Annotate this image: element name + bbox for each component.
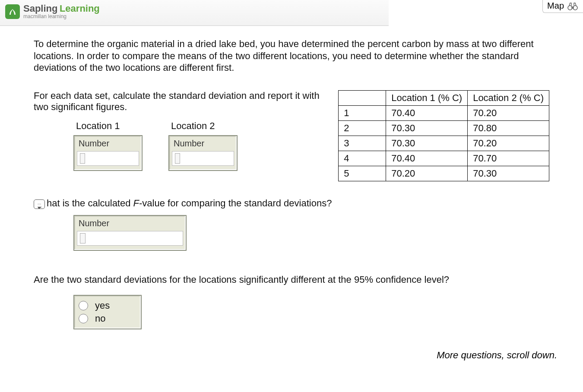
location2-input-wrapper[interactable]: [172, 151, 234, 166]
sd-instruction: For each data set, calculate the standar…: [34, 90, 321, 113]
location2-title: Location 2: [168, 120, 238, 132]
input-caret-icon: [175, 153, 180, 164]
data-table: Location 1 (% C) Location 2 (% C) 1 70.4…: [338, 90, 549, 181]
table-row: 3 70.30 70.20: [339, 136, 549, 151]
fvalue-suffix: -value for comparing the standard deviat…: [139, 198, 332, 209]
location1-sd-input[interactable]: [88, 154, 136, 163]
radio-no-row[interactable]: no: [79, 312, 136, 325]
table-row: 4 70.40 70.70: [339, 151, 549, 166]
brand-learning: Learning: [60, 3, 100, 14]
row-idx: 2: [339, 120, 386, 136]
input-caret-icon: [80, 233, 86, 243]
fvalue-input[interactable]: [88, 234, 180, 243]
location1-number-box: Number: [73, 135, 143, 171]
row-l2: 70.20: [468, 136, 549, 151]
significance-question: Are the two standard deviations for the …: [34, 274, 549, 285]
fvalue-input-wrapper[interactable]: [77, 231, 183, 246]
app-header: Sapling Learning macmillan learning: [0, 0, 389, 26]
svg-rect-2: [572, 7, 573, 8]
row-l1: 70.40: [386, 151, 468, 166]
location2-sd-input[interactable]: [183, 154, 231, 163]
row-idx: 3: [339, 136, 386, 151]
brand-subtitle: macmillan learning: [23, 14, 100, 19]
question-content: To determine the organic material in a d…: [0, 26, 583, 338]
question-prompt: To determine the organic material in a d…: [34, 38, 549, 74]
more-questions-hint: More questions, scroll down.: [437, 350, 557, 361]
table-header-loc1: Location 1 (% C): [386, 90, 468, 105]
row-l1: 70.40: [386, 105, 468, 120]
row-idx: 5: [339, 166, 386, 181]
row-l2: 70.20: [468, 105, 549, 120]
row-idx: 4: [339, 151, 386, 166]
numbox-label: Number: [172, 138, 234, 151]
radio-yes[interactable]: [79, 301, 88, 310]
location1-input-wrapper[interactable]: [77, 151, 139, 166]
map-label: Map: [547, 1, 564, 11]
table-corner: [339, 90, 386, 105]
input-caret-icon: [80, 153, 85, 164]
radio-yes-label: yes: [95, 300, 110, 311]
fvalue-number-box: Number: [73, 215, 187, 251]
row-l1: 70.30: [386, 120, 468, 136]
radio-no-label: no: [95, 313, 105, 324]
location2-number-box: Number: [168, 135, 238, 171]
numbox-label: Number: [77, 218, 183, 231]
map-tab[interactable]: Map: [542, 0, 583, 13]
radio-yes-row[interactable]: yes: [79, 299, 136, 312]
brand-sapling: Sapling: [23, 3, 57, 14]
table-header-loc2: Location 2 (% C): [468, 90, 549, 105]
fvalue-question: hat is the calculated F-value for compar…: [47, 198, 332, 209]
table-row: 5 70.20 70.30: [339, 166, 549, 181]
row-idx: 1: [339, 105, 386, 120]
row-l2: 70.70: [468, 151, 549, 166]
binoculars-icon: [567, 2, 579, 10]
row-l1: 70.30: [386, 136, 468, 151]
fvalue-F: F: [133, 198, 139, 209]
brand-text: Sapling Learning macmillan learning: [23, 3, 100, 19]
sapling-logo-icon: [5, 4, 20, 19]
row-l2: 70.80: [468, 120, 549, 136]
location1-title: Location 1: [73, 120, 143, 132]
hint-speech-icon[interactable]: ···: [34, 199, 45, 209]
significance-radio-group: yes no: [73, 295, 142, 329]
table-row: 2 70.30 70.80: [339, 120, 549, 136]
speech-dots: ···: [38, 202, 41, 206]
row-l2: 70.30: [468, 166, 549, 181]
numbox-label: Number: [77, 138, 139, 151]
table-row: 1 70.40 70.20: [339, 105, 549, 120]
row-l1: 70.20: [386, 166, 468, 181]
radio-no[interactable]: [79, 314, 88, 323]
fvalue-prefix: hat is the calculated: [47, 198, 133, 209]
